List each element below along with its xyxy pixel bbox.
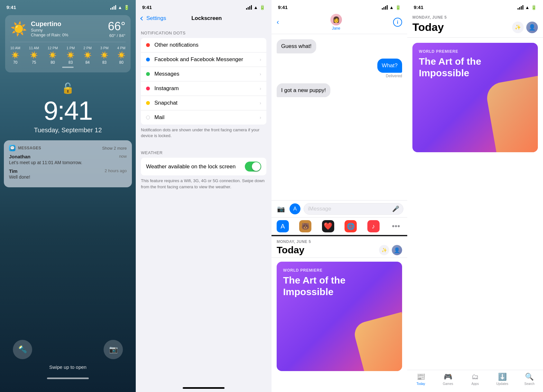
settings-back-button[interactable]: Settings <box>141 15 166 22</box>
msg-bubble-what: What? Delivered <box>277 59 402 78</box>
updates-tab-icon: ⬇️ <box>498 373 507 381</box>
msg-delivered-label: Delivered <box>386 74 402 78</box>
battery-icon: 🔋 <box>124 5 129 10</box>
dot-red-icon <box>146 43 150 47</box>
msg-mic-icon[interactable]: 🎤 <box>392 205 399 212</box>
weather-temp-area: 66° 60° / 84° <box>108 20 125 38</box>
featured-art-decoration <box>484 75 538 152</box>
weather-hour-10am: 10 AM ☀️ 70 <box>10 46 20 65</box>
settings-home-indicator[interactable] <box>183 387 225 389</box>
wifi-icon: ▲ <box>118 5 122 10</box>
notification-card[interactable]: 💬 MESSAGES Show 2 more Jonathan now Let'… <box>4 140 132 187</box>
apps-tab-label: Apps <box>472 382 479 386</box>
appstore-wand-btn[interactable]: ✨ <box>512 22 524 33</box>
lock-time-display: 9:41 <box>0 98 136 124</box>
appstore-header: MONDAY, JUNE 5 Today ✨ 👤 <box>407 13 543 38</box>
appstore-avatar-area: ✨ 👤 <box>512 22 538 33</box>
appstore-user-avatar[interactable]: 👤 <box>392 245 402 255</box>
notif-app-info: 💬 MESSAGES <box>9 145 41 151</box>
tab-updates[interactable]: ⬇️ Updates <box>489 373 516 386</box>
lock-bottom: 🔦 📷 Swipe up to open <box>0 340 136 379</box>
appstore-header-actions: ✨ 👤 <box>379 245 402 255</box>
settings-row-snapchat[interactable]: Snapchat › <box>141 96 266 110</box>
mail-label: Mail <box>154 114 260 121</box>
updates-tab-label: Updates <box>496 382 508 386</box>
settings-row-instagram[interactable]: Instagram › <box>141 81 266 96</box>
msg-time: 9:41 <box>278 5 288 10</box>
msg-more-apps-button[interactable]: ••• <box>390 220 402 232</box>
settings-row-mail[interactable]: Mail › <box>141 110 266 125</box>
appstore-preview-header: MONDAY, JUNE 5 Today ✨ 👤 <box>272 236 407 258</box>
settings-row-facebook[interactable]: Facebook and Facebook Messenger › <box>141 52 266 67</box>
camera-button[interactable]: 📷 <box>104 340 123 359</box>
tab-search[interactable]: 🔍 Search <box>516 373 543 386</box>
settings-row-messages[interactable]: Messages › <box>141 67 266 81</box>
msg-status-icons: ▲ 🔋 <box>382 5 401 10</box>
notif-message-tim: Well done! <box>9 174 127 180</box>
bubble-puppy: I got a new puppy! <box>277 83 330 98</box>
dot-blue-icon <box>146 58 150 61</box>
weather-toggle-row: Weather available on the lock screen <box>141 158 266 175</box>
games-tab-label: Games <box>443 382 453 386</box>
featured-label: WORLD PREMIERE <box>277 262 402 275</box>
lock-actions: 🔦 📷 <box>0 340 136 359</box>
msg-back-button[interactable]: ‹ <box>277 18 279 26</box>
msg-nav-bar: ‹ 👩 Jane i <box>272 13 407 34</box>
weather-drag-handle[interactable] <box>62 67 74 68</box>
msg-bear-app-button[interactable]: 🐻 <box>299 220 311 232</box>
msg-contact-area[interactable]: 👩 Jane <box>330 14 342 31</box>
notif-dots-note: Notification dots are shown under the fr… <box>136 125 272 144</box>
msg-bubble-guess-what: Guess what! <box>277 39 402 53</box>
contact-info-button[interactable]: i <box>393 18 402 27</box>
weather-settings-section: WEATHER Weather available on the lock sc… <box>136 150 272 175</box>
msg-appstore-app-button[interactable]: A <box>277 220 289 232</box>
mail-chevron-icon: › <box>260 115 261 120</box>
weather-toggle[interactable] <box>245 162 261 172</box>
settings-status-bar: 9:41 ▲ 🔋 <box>136 0 272 13</box>
appstore-panel: 9:41 ▲ 🔋 MONDAY, JUNE 5 Today ✨ 👤 WORLD … <box>407 0 543 392</box>
tab-apps[interactable]: 🗂 Apps <box>462 373 489 386</box>
lock-time: 9:41 <box>6 5 16 10</box>
appstore-wand-button[interactable]: ✨ <box>379 245 389 255</box>
settings-nav-bar: Settings Lockscreen <box>136 13 272 25</box>
weather-hourly: 10 AM ☀️ 70 11 AM ☀️ 75 12 PM ☀️ 80 1 PM… <box>10 42 125 65</box>
contact-name: Jane <box>332 26 340 31</box>
msg-earth-app-button[interactable]: 🌐 <box>345 220 357 232</box>
lock-main: 🔓 9:41 Tuesday, September 12 <box>0 82 136 134</box>
msg-input-field[interactable]: iMessage 🎤 <box>304 203 403 215</box>
msg-camera-button[interactable]: 📷 <box>275 203 286 214</box>
appstore-today-title: Today <box>277 245 304 256</box>
weather-hour-3pm: 3 PM ☀️ 83 <box>100 46 109 65</box>
snapchat-chevron-icon: › <box>260 100 261 106</box>
settings-wifi-icon: ▲ <box>253 5 258 10</box>
appstore-featured-art <box>480 88 538 152</box>
flashlight-button[interactable]: 🔦 <box>13 340 32 359</box>
appstore-featured-main-card[interactable]: WORLD PREMIERE The Art of theImpossible <box>412 43 538 152</box>
today-tab-icon: 📰 <box>417 373 425 381</box>
notif-show-more[interactable]: Show 2 more <box>102 146 127 151</box>
tab-games[interactable]: 🎮 Games <box>434 373 461 386</box>
appstore-signal-icon <box>518 5 523 10</box>
appstore-user-avatar[interactable]: 👤 <box>526 22 538 33</box>
msg-music-app-button[interactable]: ♪ <box>367 220 380 232</box>
messages-panel: 9:41 ▲ 🔋 ‹ 👩 Jane i Guess what! What? De… <box>272 0 407 392</box>
notif-row-tim: Tim 2 hours ago Well done! <box>9 168 127 180</box>
msg-appstore-button[interactable]: A <box>290 203 300 214</box>
lock-home-indicator[interactable] <box>47 378 89 379</box>
tab-today[interactable]: 📰 Today <box>407 373 434 386</box>
weather-rain: Change of Rain: 0% <box>31 33 104 37</box>
notif-time-tim: 2 hours ago <box>105 168 127 174</box>
settings-row-other-notif[interactable]: Other notifications <box>141 38 266 52</box>
dot-pink-icon <box>146 87 150 90</box>
settings-signal-icon <box>246 5 252 10</box>
msg-heart-app-button[interactable]: ❤️ <box>322 220 334 232</box>
weather-city: Cupertino <box>31 20 104 28</box>
appstore-featured-card[interactable]: WORLD PREMIERE The Art of theImpossible <box>277 262 402 371</box>
notif-dots-section-label: NOTIFICATION DOTS <box>136 25 272 38</box>
appstore-battery-icon: 🔋 <box>531 5 537 10</box>
weather-widget[interactable]: ☀️ Cupertino Sunny Change of Rain: 0% 66… <box>5 15 131 72</box>
instagram-label: Instagram <box>154 85 260 92</box>
messages-chevron-icon: › <box>260 71 261 77</box>
featured-art <box>344 307 402 371</box>
swipe-to-open-text: Swipe up to open <box>49 364 87 370</box>
